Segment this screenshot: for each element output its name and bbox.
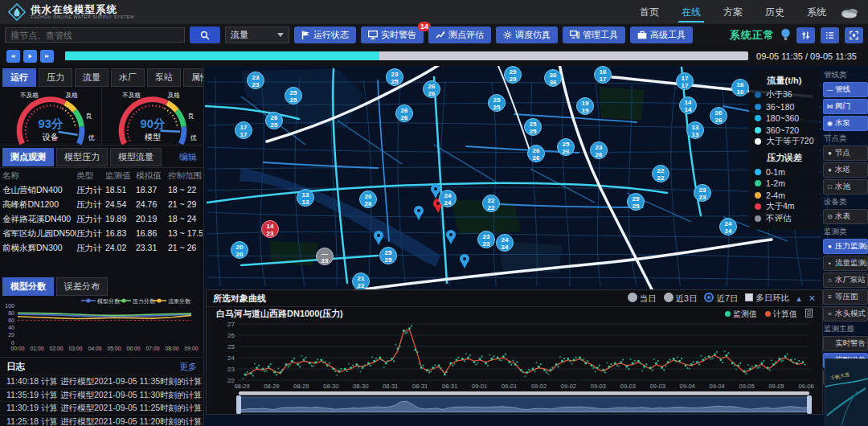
map-marker[interactable]: 2424 [720,219,737,236]
tab-3[interactable]: 水厂 [111,68,145,87]
toolbar-button-4[interactable]: 管理工具 [563,27,625,43]
obs-tab-0[interactable]: 测点观测 [2,148,54,166]
table-row[interactable]: 金祥路花溪DN400压力计19.8920.1918 ~ 24 [0,211,203,226]
nav-item-3[interactable]: 历史 [765,0,784,24]
map-marker[interactable]: 2626 [396,105,413,122]
map-marker[interactable]: 2020 [231,242,248,259]
table-row[interactable]: 省军区幼儿园DN500压力计16.8316.8613 ~ 17.5 [0,226,203,240]
search-type-select[interactable]: 流量 [225,27,289,43]
log-more-link[interactable]: 更多 [179,361,197,373]
nav-item-0[interactable]: 首页 [640,0,659,24]
nav-item-4[interactable]: 系统 [807,0,826,24]
layer-item[interactable]: 实时警告 [823,336,868,351]
tune-button[interactable] [796,27,815,43]
tab-5[interactable]: 属性 [183,68,204,87]
rewind-button[interactable] [6,50,20,63]
map-marker[interactable]: 2323 [694,185,711,202]
fullscreen-button[interactable] [845,27,863,43]
range-option-1[interactable]: 近3日 [664,293,698,305]
layer-item[interactable]: ⊙水表 [823,209,868,224]
tab-0[interactable]: 运行 [2,68,36,87]
map-marker[interactable]: 2323 [478,231,495,248]
map-marker[interactable]: 2626 [424,81,440,98]
tab-1[interactable]: 压力 [39,68,72,87]
data-zoom-slider[interactable] [236,395,812,414]
map-marker[interactable]: 2929 [505,67,522,84]
layer-item[interactable]: ▪流量监测点 [823,256,868,271]
map-marker[interactable]: 2424 [497,235,514,252]
compare-option[interactable]: 多日环比 [745,293,789,304]
layer-item[interactable]: —管线 [823,82,868,97]
map-marker[interactable]: 1717 [235,122,252,139]
forward-button[interactable] [40,50,54,63]
bulb-icon[interactable] [780,28,791,42]
map-marker[interactable]: 1617 [595,67,612,84]
layer-item[interactable]: ⌂水厂泵站 [823,272,868,288]
tab-4[interactable]: 泵站 [147,68,181,87]
table-row[interactable]: 前横永辉DN300压力计24.0223.3121 ~ 26 [0,240,203,255]
map-marker[interactable]: —23 [317,248,334,265]
layer-item[interactable]: ●压力监测点 [823,239,868,254]
layer-item[interactable]: ≡等压面 [823,289,868,305]
report-icon[interactable] [805,309,813,319]
map-marker[interactable]: 2626 [528,145,545,162]
toolbar-button-5[interactable]: 高级工具 [630,27,693,43]
toolbar-button-1[interactable]: 实时警告14 [361,27,424,43]
slider-handle-left[interactable] [236,395,241,414]
map-marker[interactable]: 2626 [710,108,727,125]
map-marker[interactable]: 1919 [577,98,594,115]
score-tab-1[interactable]: 误差分布 [56,277,108,296]
tab-2[interactable]: 流量 [75,68,108,87]
layer-item[interactable]: ●节点 [823,145,868,161]
range-option-2[interactable]: 近7日 [704,293,738,305]
search-button[interactable] [190,27,220,43]
slider-handle-right[interactable] [807,395,812,414]
layer-item[interactable]: ♦水塔 [823,162,868,178]
edit-link[interactable]: 编辑 [179,151,197,163]
nav-item-2[interactable]: 方案 [723,0,743,24]
log-entry[interactable]: 11:25:18 计算 进行模型2021-09-05 11:20时刻的计算 [0,415,203,426]
map-marker[interactable]: 2325 [387,69,403,86]
nav-item-1[interactable]: 在线 [682,0,701,24]
overview-minimap[interactable]: 千帆大道 [825,358,868,426]
map-marker[interactable]: 2525 [525,119,542,136]
map-marker[interactable]: 2525 [380,248,397,264]
layer-item[interactable]: □水池 [823,179,868,195]
map-marker[interactable]: 2424 [440,190,457,207]
close-icon[interactable]: ✕ [809,293,816,304]
collapse-icon[interactable]: ▴ [796,293,801,304]
map-marker[interactable]: 1616 [732,80,749,96]
map-marker[interactable]: 2222 [483,195,500,212]
obs-tab-1[interactable]: 模型压力 [56,148,108,166]
score-tab-0[interactable]: 模型分数 [2,277,54,296]
search-input[interactable] [5,27,185,43]
map-marker[interactable]: 1717 [677,73,694,90]
map-marker[interactable]: 3636 [545,70,562,87]
map-marker[interactable]: 1313 [687,122,704,139]
map-marker[interactable]: 2222 [653,166,669,182]
map-marker[interactable]: 2625 [266,113,283,129]
toolbar-button-2[interactable]: 测点评估 [428,27,491,43]
map-marker[interactable]: 2525 [489,95,506,112]
map-marker[interactable]: 1313 [297,190,314,207]
time-progress-track[interactable] [65,51,748,60]
map-marker[interactable]: 2122 [353,273,370,290]
layer-item[interactable]: ≈水头模式 [823,306,868,322]
chart-scrollbar[interactable] [239,391,809,395]
range-option-0[interactable]: 当日 [628,293,657,305]
map-marker[interactable]: 2326 [591,142,608,159]
log-entry[interactable]: 11:35:19 计算 进行模型2021-09-05 11:30时刻的计算 [0,388,203,402]
map-marker[interactable]: 2323 [248,72,264,89]
layer-item[interactable]: ◉水泵 [823,116,868,131]
toolbar-button-0[interactable]: 运行状态 [294,27,356,43]
log-entry[interactable]: 11:40:18 计算 进行模型2021-09-05 11:35时刻的计算 [0,375,203,388]
map-marker[interactable]: 1414 [680,97,697,114]
table-row[interactable]: 仓山营销DN400压力计18.5118.3718 ~ 22 [0,182,203,197]
toolbar-button-3[interactable]: 调度仿真 [496,27,558,43]
table-row[interactable]: 高峰桥DN1200压力计24.5424.7621 ~ 29 [0,197,203,211]
map-marker[interactable]: 2626 [360,191,377,208]
map-marker[interactable]: 2526 [558,139,575,156]
map-marker[interactable]: 1423 [262,221,279,238]
map-marker[interactable]: 2525 [285,88,302,104]
list-button[interactable] [821,27,839,43]
